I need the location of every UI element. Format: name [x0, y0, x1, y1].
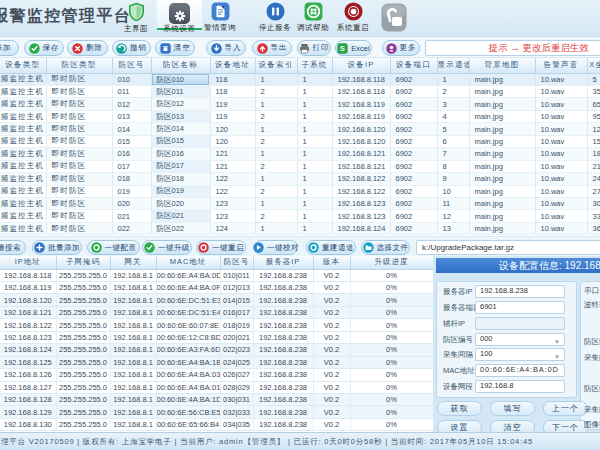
svg-text:S: S	[340, 44, 345, 53]
